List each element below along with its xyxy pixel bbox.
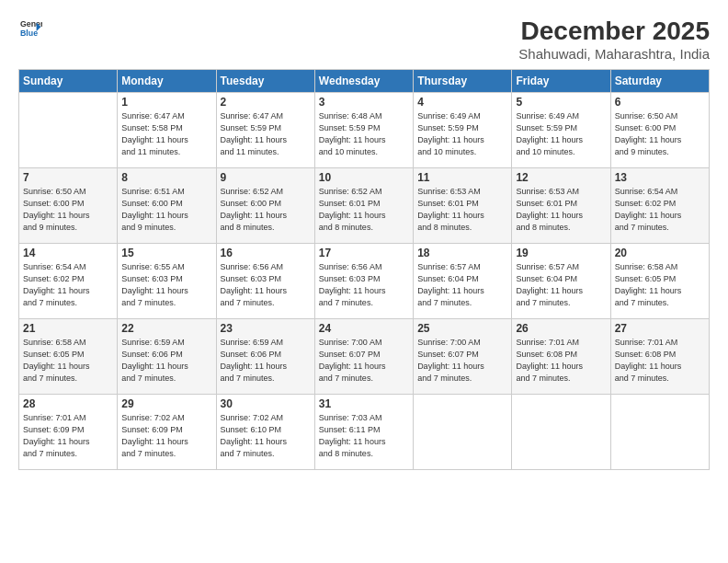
calendar-cell: 22Sunrise: 6:59 AMSunset: 6:06 PMDayligh… bbox=[118, 319, 216, 395]
day-info: Sunrise: 6:47 AMSunset: 5:59 PMDaylight:… bbox=[221, 110, 311, 158]
day-number: 19 bbox=[516, 247, 606, 259]
day-info: Sunrise: 6:51 AMSunset: 6:00 PMDaylight:… bbox=[121, 186, 211, 234]
day-info: Sunrise: 7:01 AMSunset: 6:09 PMDaylight:… bbox=[23, 412, 113, 460]
day-number: 13 bbox=[615, 171, 705, 184]
svg-text:Blue: Blue bbox=[20, 29, 38, 38]
location-title: Shahuwadi, Maharashtra, India bbox=[518, 46, 710, 62]
day-number: 22 bbox=[121, 322, 211, 335]
calendar-week-row: 1Sunrise: 6:47 AMSunset: 5:58 PMDaylight… bbox=[19, 93, 710, 168]
calendar-cell: 9Sunrise: 6:52 AMSunset: 6:00 PMDaylight… bbox=[216, 168, 314, 244]
calendar-cell bbox=[414, 395, 512, 470]
day-info: Sunrise: 7:03 AMSunset: 6:11 PMDaylight:… bbox=[319, 412, 409, 460]
calendar-cell: 29Sunrise: 7:02 AMSunset: 6:09 PMDayligh… bbox=[118, 395, 216, 470]
day-info: Sunrise: 6:57 AMSunset: 6:04 PMDaylight:… bbox=[417, 261, 507, 309]
calendar-cell: 3Sunrise: 6:48 AMSunset: 5:59 PMDaylight… bbox=[314, 93, 413, 168]
day-info: Sunrise: 6:57 AMSunset: 6:04 PMDaylight:… bbox=[516, 261, 606, 309]
calendar-cell bbox=[610, 395, 709, 470]
day-number: 24 bbox=[319, 322, 409, 335]
day-number: 5 bbox=[516, 96, 606, 109]
weekday-header-friday: Friday bbox=[512, 70, 610, 93]
day-number: 11 bbox=[417, 171, 507, 184]
day-number: 26 bbox=[516, 322, 606, 335]
day-info: Sunrise: 6:54 AMSunset: 6:02 PMDaylight:… bbox=[23, 261, 113, 309]
day-info: Sunrise: 6:56 AMSunset: 6:03 PMDaylight:… bbox=[221, 261, 311, 309]
day-number: 31 bbox=[319, 397, 409, 410]
day-number: 9 bbox=[221, 171, 311, 184]
calendar-cell: 10Sunrise: 6:52 AMSunset: 6:01 PMDayligh… bbox=[314, 168, 413, 244]
day-info: Sunrise: 6:52 AMSunset: 6:00 PMDaylight:… bbox=[221, 186, 311, 234]
day-info: Sunrise: 6:59 AMSunset: 6:06 PMDaylight:… bbox=[121, 337, 211, 385]
day-info: Sunrise: 7:01 AMSunset: 6:08 PMDaylight:… bbox=[516, 337, 606, 385]
calendar-cell: 14Sunrise: 6:54 AMSunset: 6:02 PMDayligh… bbox=[19, 244, 118, 319]
calendar-cell: 26Sunrise: 7:01 AMSunset: 6:08 PMDayligh… bbox=[512, 319, 610, 395]
day-number: 27 bbox=[615, 322, 705, 335]
day-info: Sunrise: 6:50 AMSunset: 6:00 PMDaylight:… bbox=[23, 186, 113, 234]
weekday-header-monday: Monday bbox=[118, 70, 216, 93]
page-header: General Blue December 2025 Shahuwadi, Ma… bbox=[18, 17, 710, 62]
day-info: Sunrise: 6:58 AMSunset: 6:05 PMDaylight:… bbox=[23, 337, 113, 385]
weekday-header-sunday: Sunday bbox=[19, 70, 118, 93]
calendar-cell: 23Sunrise: 6:59 AMSunset: 6:06 PMDayligh… bbox=[216, 319, 314, 395]
day-info: Sunrise: 6:55 AMSunset: 6:03 PMDaylight:… bbox=[121, 261, 211, 309]
calendar-cell: 12Sunrise: 6:53 AMSunset: 6:01 PMDayligh… bbox=[512, 168, 610, 244]
day-info: Sunrise: 7:02 AMSunset: 6:10 PMDaylight:… bbox=[221, 412, 311, 460]
day-info: Sunrise: 6:50 AMSunset: 6:00 PMDaylight:… bbox=[615, 110, 705, 158]
day-info: Sunrise: 7:00 AMSunset: 6:07 PMDaylight:… bbox=[319, 337, 409, 385]
calendar-cell: 5Sunrise: 6:49 AMSunset: 5:59 PMDaylight… bbox=[512, 93, 610, 168]
day-info: Sunrise: 6:54 AMSunset: 6:02 PMDaylight:… bbox=[615, 186, 705, 234]
calendar-cell: 31Sunrise: 7:03 AMSunset: 6:11 PMDayligh… bbox=[314, 395, 413, 470]
day-info: Sunrise: 7:00 AMSunset: 6:07 PMDaylight:… bbox=[417, 337, 507, 385]
calendar-cell bbox=[512, 395, 610, 470]
day-number: 21 bbox=[23, 322, 113, 335]
day-info: Sunrise: 6:59 AMSunset: 6:06 PMDaylight:… bbox=[221, 337, 311, 385]
title-block: December 2025 Shahuwadi, Maharashtra, In… bbox=[518, 17, 710, 62]
day-number: 7 bbox=[23, 171, 113, 184]
calendar-cell: 13Sunrise: 6:54 AMSunset: 6:02 PMDayligh… bbox=[610, 168, 709, 244]
day-number: 28 bbox=[23, 397, 113, 410]
calendar-cell: 27Sunrise: 7:01 AMSunset: 6:08 PMDayligh… bbox=[610, 319, 709, 395]
weekday-header-row: SundayMondayTuesdayWednesdayThursdayFrid… bbox=[19, 70, 710, 93]
calendar-cell: 30Sunrise: 7:02 AMSunset: 6:10 PMDayligh… bbox=[216, 395, 314, 470]
day-number: 23 bbox=[221, 322, 311, 335]
calendar-cell: 16Sunrise: 6:56 AMSunset: 6:03 PMDayligh… bbox=[216, 244, 314, 319]
weekday-header-wednesday: Wednesday bbox=[314, 70, 413, 93]
weekday-header-tuesday: Tuesday bbox=[216, 70, 314, 93]
calendar-cell: 21Sunrise: 6:58 AMSunset: 6:05 PMDayligh… bbox=[19, 319, 118, 395]
day-info: Sunrise: 6:53 AMSunset: 6:01 PMDaylight:… bbox=[417, 186, 507, 234]
day-number: 12 bbox=[516, 171, 606, 184]
day-number: 25 bbox=[417, 322, 507, 335]
calendar-cell: 7Sunrise: 6:50 AMSunset: 6:00 PMDaylight… bbox=[19, 168, 118, 244]
day-info: Sunrise: 6:47 AMSunset: 5:58 PMDaylight:… bbox=[121, 110, 211, 158]
day-number: 3 bbox=[319, 96, 409, 109]
day-number: 15 bbox=[121, 247, 211, 259]
weekday-header-saturday: Saturday bbox=[610, 70, 709, 93]
day-number: 20 bbox=[615, 247, 705, 259]
day-info: Sunrise: 7:02 AMSunset: 6:09 PMDaylight:… bbox=[121, 412, 211, 460]
day-number: 18 bbox=[417, 247, 507, 259]
day-number: 16 bbox=[221, 247, 311, 259]
day-number: 4 bbox=[417, 96, 507, 109]
day-number: 14 bbox=[23, 247, 113, 259]
calendar-week-row: 7Sunrise: 6:50 AMSunset: 6:00 PMDaylight… bbox=[19, 168, 710, 244]
day-info: Sunrise: 6:56 AMSunset: 6:03 PMDaylight:… bbox=[319, 261, 409, 309]
calendar-cell: 19Sunrise: 6:57 AMSunset: 6:04 PMDayligh… bbox=[512, 244, 610, 319]
calendar-table: SundayMondayTuesdayWednesdayThursdayFrid… bbox=[18, 69, 710, 470]
day-info: Sunrise: 7:01 AMSunset: 6:08 PMDaylight:… bbox=[615, 337, 705, 385]
weekday-header-thursday: Thursday bbox=[414, 70, 512, 93]
calendar-cell: 24Sunrise: 7:00 AMSunset: 6:07 PMDayligh… bbox=[314, 319, 413, 395]
day-info: Sunrise: 6:53 AMSunset: 6:01 PMDaylight:… bbox=[516, 186, 606, 234]
day-number: 2 bbox=[221, 96, 311, 109]
day-number: 29 bbox=[121, 397, 211, 410]
day-number: 8 bbox=[121, 171, 211, 184]
calendar-cell: 4Sunrise: 6:49 AMSunset: 5:59 PMDaylight… bbox=[414, 93, 512, 168]
day-number: 30 bbox=[221, 397, 311, 410]
logo: General Blue bbox=[18, 17, 42, 39]
day-number: 10 bbox=[319, 171, 409, 184]
day-info: Sunrise: 6:48 AMSunset: 5:59 PMDaylight:… bbox=[319, 110, 409, 158]
calendar-cell: 25Sunrise: 7:00 AMSunset: 6:07 PMDayligh… bbox=[414, 319, 512, 395]
calendar-cell: 2Sunrise: 6:47 AMSunset: 5:59 PMDaylight… bbox=[216, 93, 314, 168]
calendar-cell: 1Sunrise: 6:47 AMSunset: 5:58 PMDaylight… bbox=[118, 93, 216, 168]
calendar-week-row: 21Sunrise: 6:58 AMSunset: 6:05 PMDayligh… bbox=[19, 319, 710, 395]
day-info: Sunrise: 6:49 AMSunset: 5:59 PMDaylight:… bbox=[417, 110, 507, 158]
day-number: 6 bbox=[615, 96, 705, 109]
